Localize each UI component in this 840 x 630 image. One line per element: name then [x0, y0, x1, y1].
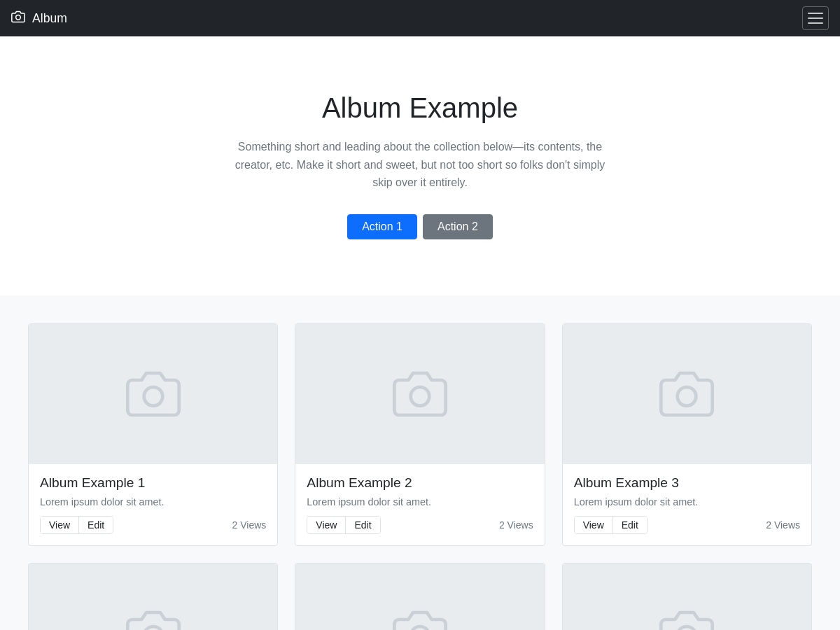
edit-button[interactable]: Edit — [79, 517, 113, 533]
album-actions: View Edit — [574, 516, 648, 534]
album-title: Album Example 3 — [574, 475, 800, 491]
album-camera-icon — [125, 606, 181, 630]
svg-point-2 — [411, 387, 430, 406]
album-camera-icon — [392, 606, 448, 630]
hero-title: Album Example — [14, 92, 826, 124]
album-camera-icon — [659, 606, 715, 630]
album-card-image — [563, 564, 811, 630]
action1-button[interactable]: Action 1 — [347, 214, 417, 239]
album-card: Album Example 4 Lorem ipsum dolor sit am… — [28, 563, 278, 630]
album-card-image — [29, 564, 277, 630]
album-card-image — [295, 324, 544, 464]
album-camera-icon — [125, 366, 181, 422]
album-card-body: Album Example 1 Lorem ipsum dolor sit am… — [29, 464, 277, 545]
svg-point-3 — [678, 387, 696, 406]
album-card-image — [29, 324, 277, 464]
album-card: Album Example 5 Lorem ipsum dolor sit am… — [295, 563, 545, 630]
album-camera-icon — [659, 366, 715, 422]
view-button[interactable]: View — [307, 517, 346, 533]
album-card-body: Album Example 2 Lorem ipsum dolor sit am… — [295, 464, 544, 545]
view-button[interactable]: View — [41, 517, 79, 533]
album-section: Album Example 1 Lorem ipsum dolor sit am… — [0, 295, 840, 630]
svg-point-1 — [144, 387, 162, 406]
navbar-toggler[interactable] — [802, 6, 829, 30]
camera-icon — [11, 10, 25, 27]
svg-point-6 — [678, 626, 696, 630]
album-card: Album Example 2 Lorem ipsum dolor sit am… — [295, 323, 545, 546]
edit-button[interactable]: Edit — [613, 517, 647, 533]
album-camera-icon — [392, 366, 448, 422]
album-title: Album Example 1 — [40, 475, 266, 491]
hero-description: Something short and leading about the co… — [224, 138, 616, 192]
album-description: Lorem ipsum dolor sit amet. — [40, 496, 266, 507]
album-title: Album Example 2 — [307, 475, 533, 491]
album-card-footer: View Edit 2 Views — [307, 516, 533, 534]
album-description: Lorem ipsum dolor sit amet. — [307, 496, 533, 507]
navbar: Album — [0, 0, 840, 36]
album-card-body: Album Example 3 Lorem ipsum dolor sit am… — [563, 464, 811, 545]
navbar-brand: Album — [11, 10, 67, 27]
album-actions: View Edit — [307, 516, 380, 534]
album-card-footer: View Edit 2 Views — [40, 516, 266, 534]
hero-section: Album Example Something short and leadin… — [0, 36, 840, 295]
album-card: Album Example 3 Lorem ipsum dolor sit am… — [562, 323, 812, 546]
album-card-image — [563, 324, 811, 464]
navbar-brand-label: Album — [32, 11, 67, 26]
views-count: 2 Views — [499, 519, 533, 531]
album-actions: View Edit — [40, 516, 113, 534]
views-count: 2 Views — [766, 519, 800, 531]
album-card-footer: View Edit 2 Views — [574, 516, 800, 534]
album-card-image — [295, 564, 544, 630]
views-count: 2 Views — [232, 519, 267, 531]
album-card: Album Example 6 Lorem ipsum dolor sit am… — [562, 563, 812, 630]
album-description: Lorem ipsum dolor sit amet. — [574, 496, 800, 507]
svg-point-5 — [411, 626, 430, 630]
view-button[interactable]: View — [575, 517, 613, 533]
action2-button[interactable]: Action 2 — [423, 214, 493, 239]
album-grid: Album Example 1 Lorem ipsum dolor sit am… — [28, 323, 812, 630]
album-card: Album Example 1 Lorem ipsum dolor sit am… — [28, 323, 278, 546]
svg-point-4 — [144, 626, 162, 630]
edit-button[interactable]: Edit — [346, 517, 379, 533]
hero-actions: Action 1 Action 2 — [14, 214, 826, 239]
svg-point-0 — [16, 15, 21, 20]
